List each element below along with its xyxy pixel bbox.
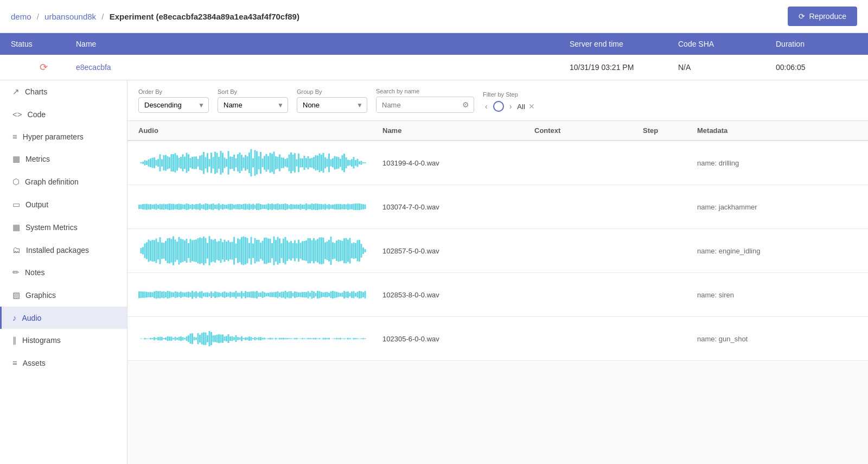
order-by-select[interactable]: Descending Ascending — [138, 97, 209, 113]
svg-rect-505 — [186, 336, 188, 341]
svg-rect-323 — [296, 243, 298, 258]
breadcrumb-urbansound8k[interactable]: urbansound8k — [44, 12, 96, 21]
top-header: demo / urbansound8k / Experiment (e8ecac… — [0, 0, 868, 33]
svg-rect-433 — [277, 291, 279, 298]
svg-rect-62 — [256, 151, 258, 175]
svg-rect-135 — [167, 204, 169, 209]
group-by-label: Group By — [297, 88, 367, 95]
experiment-code-sha: N/A — [678, 63, 776, 72]
audio-waveform-4[interactable] — [138, 317, 382, 360]
step-clear-button[interactable]: ✕ — [528, 102, 535, 111]
step-prev-button[interactable]: ‹ — [483, 100, 490, 113]
audio-waveform-3[interactable] — [138, 273, 382, 316]
audio-waveform-2[interactable] — [138, 229, 382, 272]
search-input[interactable] — [376, 98, 458, 112]
sidebar-item-system-metrics[interactable]: ▦ System Metrics — [0, 216, 127, 239]
svg-rect-48 — [229, 157, 231, 169]
sidebar-item-charts[interactable]: ↗ Charts — [0, 80, 127, 103]
experiment-name-link[interactable]: e8ecacbfa — [76, 63, 111, 72]
svg-rect-188 — [267, 204, 269, 210]
sidebar-item-output[interactable]: ▭ Output — [0, 193, 127, 216]
svg-rect-206 — [302, 205, 303, 209]
svg-rect-492 — [161, 337, 163, 341]
experiment-name[interactable]: e8ecacbfa — [76, 63, 570, 72]
sidebar-item-graph-definition[interactable]: ⬡ Graph definition — [0, 170, 127, 193]
sidebar-item-graphics[interactable]: ▨ Graphics — [0, 284, 127, 307]
svg-rect-164 — [222, 204, 224, 210]
svg-rect-138 — [173, 204, 174, 210]
breadcrumb-demo[interactable]: demo — [11, 12, 31, 21]
audio-waveform-0[interactable] — [138, 141, 382, 185]
svg-rect-360 — [138, 291, 140, 298]
svg-rect-40 — [214, 151, 216, 174]
svg-rect-365 — [148, 292, 150, 297]
svg-rect-307 — [266, 238, 267, 264]
svg-rect-484 — [146, 338, 148, 339]
svg-rect-133 — [163, 204, 165, 209]
svg-rect-211 — [311, 204, 313, 210]
sidebar-label-metrics: Metrics — [25, 155, 50, 163]
svg-rect-112 — [351, 159, 353, 167]
svg-rect-450 — [309, 293, 311, 297]
step-next-button[interactable]: › — [507, 100, 514, 113]
col-status: Status — [11, 40, 76, 48]
svg-rect-362 — [142, 291, 144, 298]
svg-rect-98 — [324, 157, 326, 169]
svg-rect-118 — [362, 162, 364, 163]
sidebar-item-notes[interactable]: ✏ Notes — [0, 261, 127, 284]
table-row: 103074-7-0-0.wav name: jackhammer — [127, 185, 868, 229]
svg-rect-508 — [192, 333, 193, 344]
sidebar-item-audio[interactable]: ♪ Audio — [0, 307, 127, 329]
audio-waveform-1[interactable] — [138, 185, 382, 228]
svg-rect-598 — [362, 338, 364, 339]
group-by-select[interactable]: None Name Context Step — [297, 97, 367, 113]
svg-rect-503 — [182, 337, 184, 340]
svg-rect-351 — [349, 238, 351, 263]
svg-rect-69 — [270, 152, 271, 173]
svg-rect-456 — [321, 292, 322, 297]
svg-rect-367 — [152, 292, 154, 297]
svg-rect-434 — [279, 293, 280, 297]
svg-rect-306 — [264, 238, 265, 264]
svg-rect-524 — [222, 334, 224, 342]
svg-rect-544 — [260, 337, 261, 340]
sidebar-item-hyper-parameters[interactable]: ≡ Hyper parameters — [0, 125, 127, 148]
reproduce-button[interactable]: ⟳ Reproduce — [788, 7, 858, 26]
audio-name-0: 103199-4-0-0.wav — [382, 159, 534, 167]
svg-rect-158 — [210, 204, 212, 210]
svg-rect-343 — [334, 243, 336, 258]
sidebar-item-code[interactable]: <> Code — [0, 103, 127, 125]
svg-rect-247 — [152, 240, 154, 262]
svg-rect-411 — [235, 291, 237, 298]
svg-rect-552 — [275, 338, 277, 340]
svg-rect-76 — [283, 158, 284, 168]
svg-rect-582 — [332, 339, 334, 339]
svg-rect-532 — [237, 337, 239, 340]
svg-rect-520 — [214, 335, 216, 342]
svg-rect-489 — [156, 338, 157, 339]
svg-rect-60 — [252, 158, 254, 167]
svg-rect-216 — [321, 204, 322, 209]
sidebar-item-histograms[interactable]: ∥ Histograms — [0, 329, 127, 352]
svg-rect-109 — [346, 157, 347, 168]
svg-rect-311 — [273, 236, 275, 265]
svg-rect-466 — [340, 293, 341, 297]
sidebar-item-metrics[interactable]: ▦ Metrics — [0, 148, 127, 170]
svg-rect-350 — [347, 240, 349, 262]
breadcrumb-experiment: Experiment (e8ecacbfa2384a89a1ea43af4f70… — [110, 12, 299, 21]
svg-rect-375 — [167, 291, 169, 299]
sort-by-select[interactable]: Name Step Context — [218, 97, 288, 113]
svg-rect-398 — [210, 291, 212, 298]
sidebar-icon-notes: ✏ — [12, 268, 20, 277]
svg-rect-174 — [241, 205, 242, 209]
svg-rect-30 — [195, 156, 197, 169]
sidebar-item-assets[interactable]: ≡ Assets — [0, 352, 127, 374]
svg-rect-105 — [338, 157, 340, 169]
svg-rect-182 — [256, 204, 258, 210]
sidebar-item-installed-packages[interactable]: 🗂 Installed packages — [0, 239, 127, 261]
svg-rect-235 — [357, 204, 359, 210]
svg-rect-272 — [199, 238, 201, 264]
svg-rect-386 — [188, 292, 189, 298]
search-gear-icon[interactable]: ⚙ — [458, 97, 474, 112]
svg-rect-521 — [216, 335, 218, 342]
